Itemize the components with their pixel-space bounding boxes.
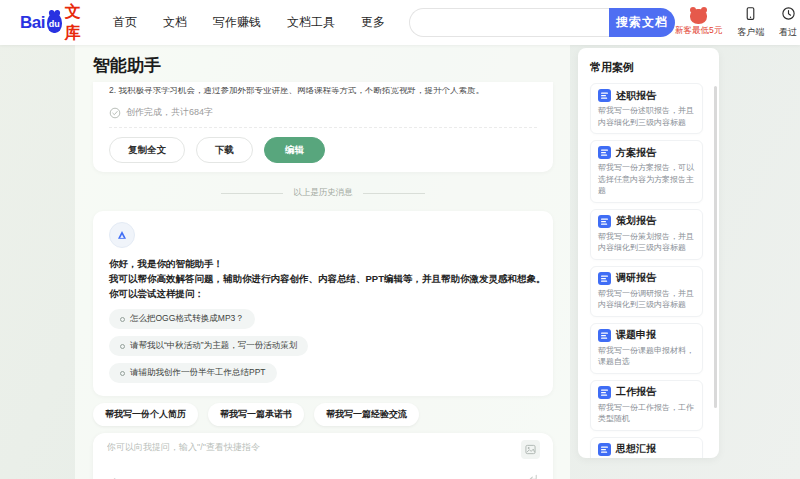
suggestion-list: 怎么把OGG格式转换成MP3？ 请帮我以“中秋活动”为主题，写一份活动策划 请辅… bbox=[109, 309, 537, 383]
case-list: 述职报告 帮我写一份述职报告，并且内容细化到三级内容标题 方案报告 帮我写一份方… bbox=[590, 83, 703, 458]
main-nav: 首页 文档 写作赚钱 文档工具 更多 bbox=[113, 14, 385, 31]
edit-button[interactable]: 编辑 bbox=[264, 137, 325, 163]
case-card-fangan-report[interactable]: 方案报告 帮我写一份方案报告，可以选择任意内容为方案报告主题 bbox=[590, 140, 703, 203]
sidebar-scrollbar[interactable] bbox=[714, 86, 717, 408]
welcome-line-1: 你好，我是你的智能助手！ bbox=[109, 256, 537, 271]
welcome-text: 你好，我是你的智能助手！ 我可以帮你高效解答问题，辅助你进行内容创作、内容总结、… bbox=[109, 256, 537, 301]
case-card-keti-apply[interactable]: 课题申报 帮我写一份课题申报材料，课题自选 bbox=[590, 323, 703, 374]
nav-item-docs[interactable]: 文档 bbox=[163, 14, 187, 31]
message-input[interactable] bbox=[107, 441, 497, 471]
ring-bullet-icon bbox=[120, 344, 125, 349]
image-upload-button[interactable] bbox=[521, 440, 540, 459]
ring-bullet-icon bbox=[120, 371, 125, 376]
search-input[interactable] bbox=[409, 8, 609, 37]
viewed-label: 看过 bbox=[779, 26, 797, 39]
quick-prompt-commitment[interactable]: 帮我写一篇承诺书 bbox=[208, 403, 304, 426]
search-bar: 搜索文档 bbox=[409, 8, 675, 37]
welcome-line-3: 你可以尝试这样提问： bbox=[109, 286, 537, 301]
assistant-avatar-icon bbox=[109, 222, 135, 248]
doc-icon bbox=[598, 89, 611, 102]
doc-icon bbox=[598, 443, 611, 456]
image-icon bbox=[525, 444, 536, 455]
download-button[interactable]: 下载 bbox=[196, 137, 253, 163]
doc-icon bbox=[598, 386, 611, 399]
top-navbar: Bai du 文库 首页 文档 写作赚钱 文档工具 更多 搜索文档 新客最低5元… bbox=[0, 0, 800, 45]
enter-key-icon bbox=[526, 471, 539, 479]
nav-item-home[interactable]: 首页 bbox=[113, 14, 137, 31]
quick-prompt-experience[interactable]: 帮我写一篇经验交流 bbox=[314, 403, 419, 426]
copy-all-button[interactable]: 复制全文 bbox=[109, 137, 185, 163]
quick-prompt-row: 帮我写一份个人简历 帮我写一篇承诺书 帮我写一篇经验交流 bbox=[93, 403, 553, 426]
viewed-entry[interactable]: 看过 bbox=[779, 6, 797, 39]
case-card-diaoyan-report[interactable]: 调研报告 帮我写一份调研报告，并且内容细化到三级内容标题 bbox=[590, 266, 703, 317]
doc-icon bbox=[598, 215, 611, 228]
check-circle-icon bbox=[109, 107, 121, 119]
clock-icon bbox=[781, 6, 796, 25]
chat-panel: 智能助手 2. 我积极寻求学习机会，通过参加外部专业讲座、网络课程等方式，不断拓… bbox=[75, 45, 570, 479]
doc-icon bbox=[598, 272, 611, 285]
divider-line-left bbox=[221, 193, 283, 194]
status-text: 创作完成，共计684字 bbox=[126, 106, 213, 119]
dashed-divider bbox=[109, 127, 537, 128]
client-entry[interactable]: 客户端 bbox=[737, 6, 764, 39]
page-title: 智能助手 bbox=[93, 54, 553, 77]
doc-icon bbox=[598, 329, 611, 342]
client-label: 客户端 bbox=[737, 26, 764, 39]
welcome-message-card: 你好，我是你的智能助手！ 我可以帮你高效解答问题，辅助你进行内容创作、内容总结、… bbox=[93, 211, 553, 396]
welcome-line-2: 我可以帮你高效解答问题，辅助你进行内容创作、内容总结、PPT编辑等，并且帮助你激… bbox=[109, 271, 537, 286]
baidu-paw-icon: du bbox=[47, 13, 62, 33]
nav-item-earn[interactable]: 写作赚钱 bbox=[213, 14, 261, 31]
divider-line-right bbox=[363, 193, 425, 194]
nav-item-tools[interactable]: 文档工具 bbox=[287, 14, 335, 31]
common-cases-panel: 常用案例 述职报告 帮我写一份述职报告，并且内容细化到三级内容标题 方案报告 帮… bbox=[578, 48, 719, 458]
history-message-card: 2. 我积极寻求学习机会，通过参加外部专业讲座、网络课程等方式，不断拓宽视野，提… bbox=[93, 82, 553, 172]
sidebar-title: 常用案例 bbox=[590, 60, 707, 75]
phone-icon bbox=[743, 6, 758, 25]
logo-wenku-text: 文库 bbox=[65, 2, 87, 44]
clipped-message-text: 2. 我积极寻求学习机会，通过参加外部专业讲座、网络课程等方式，不断拓宽视野，提… bbox=[109, 87, 537, 98]
nav-item-more[interactable]: 更多 bbox=[361, 14, 385, 31]
promo-entry[interactable]: 新客最低5元 bbox=[675, 9, 722, 37]
generation-status: 创作完成，共计684字 bbox=[109, 106, 537, 119]
promo-mascot-icon bbox=[690, 9, 707, 24]
header-actions: 新客最低5元 客户端 看过 bbox=[675, 6, 800, 39]
suggestion-pill-halfyear-ppt[interactable]: 请辅助我创作一份半年工作总结PPT bbox=[109, 363, 277, 383]
suggestion-pill-ogg-mp3[interactable]: 怎么把OGG格式转换成MP3？ bbox=[109, 309, 255, 329]
history-divider: 以上是历史消息 bbox=[93, 187, 553, 199]
quick-prompt-resume[interactable]: 帮我写一份个人简历 bbox=[93, 403, 198, 426]
case-card-sixiang-report[interactable]: 思想汇报 帮我写一份思想汇报 bbox=[590, 437, 703, 459]
logo-bai-text: Bai bbox=[20, 13, 45, 33]
case-card-gongzuo-report[interactable]: 工作报告 帮我写一份工作报告，工作类型随机 bbox=[590, 380, 703, 431]
baidu-wenku-logo[interactable]: Bai du 文库 bbox=[20, 2, 87, 44]
search-button[interactable]: 搜索文档 bbox=[609, 8, 675, 37]
doc-icon bbox=[598, 146, 611, 159]
promo-label: 新客最低5元 bbox=[675, 25, 722, 37]
case-card-shuzhi-report[interactable]: 述职报告 帮我写一份述职报告，并且内容细化到三级内容标题 bbox=[590, 83, 703, 134]
suggestion-pill-midautumn-plan[interactable]: 请帮我以“中秋活动”为主题，写一份活动策划 bbox=[109, 336, 308, 356]
case-card-cehua-report[interactable]: 策划报告 帮我写一份策划报告，并且内容细化到三级内容标题 bbox=[590, 209, 703, 260]
history-divider-text: 以上是历史消息 bbox=[293, 187, 353, 199]
ring-bullet-icon bbox=[120, 317, 125, 322]
composer-box: 0/400 bbox=[93, 433, 553, 479]
message-actions: 复制全文 下载 编辑 bbox=[109, 137, 537, 163]
